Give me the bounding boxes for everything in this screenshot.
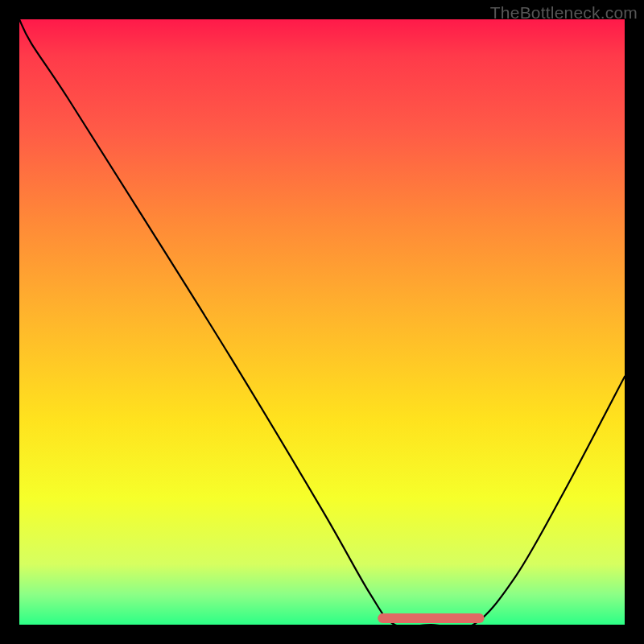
chart-container: TheBottleneck.com	[0, 0, 644, 644]
main-curve	[19, 19, 625, 625]
chart-svg	[19, 19, 625, 625]
plot-area	[19, 19, 625, 625]
